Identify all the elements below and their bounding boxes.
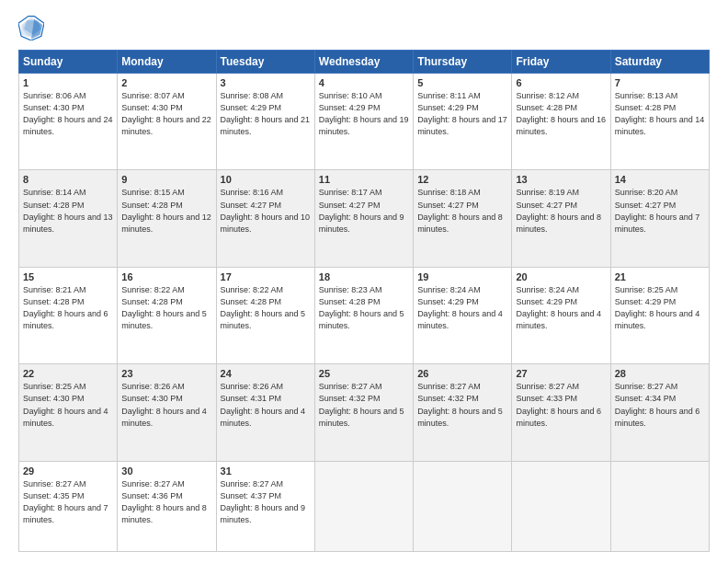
day-number: 5 bbox=[417, 77, 507, 88]
day-info: Sunrise: 8:12 AMSunset: 4:28 PMDaylight:… bbox=[516, 90, 606, 138]
day-number: 18 bbox=[319, 271, 409, 282]
calendar-day-cell: 20Sunrise: 8:24 AMSunset: 4:29 PMDayligh… bbox=[512, 267, 610, 363]
day-info: Sunrise: 8:25 AMSunset: 4:30 PMDaylight:… bbox=[23, 381, 113, 429]
day-number: 9 bbox=[121, 174, 211, 185]
day-number: 19 bbox=[417, 271, 507, 282]
day-number: 24 bbox=[221, 368, 311, 379]
day-number: 22 bbox=[23, 368, 113, 379]
calendar-day-cell: 10Sunrise: 8:16 AMSunset: 4:27 PMDayligh… bbox=[216, 170, 314, 267]
weekday-header-wednesday: Wednesday bbox=[314, 51, 413, 74]
day-number: 20 bbox=[516, 271, 606, 282]
day-info: Sunrise: 8:21 AMSunset: 4:28 PMDaylight:… bbox=[23, 284, 113, 332]
calendar-day-cell: 19Sunrise: 8:24 AMSunset: 4:29 PMDayligh… bbox=[414, 267, 512, 363]
day-number: 21 bbox=[615, 271, 705, 282]
day-info: Sunrise: 8:16 AMSunset: 4:27 PMDaylight:… bbox=[221, 187, 311, 235]
day-number: 12 bbox=[417, 174, 507, 185]
day-info: Sunrise: 8:11 AMSunset: 4:29 PMDaylight:… bbox=[417, 90, 507, 138]
day-number: 25 bbox=[319, 368, 409, 379]
calendar-day-cell: 16Sunrise: 8:22 AMSunset: 4:28 PMDayligh… bbox=[118, 267, 216, 363]
weekday-header-sunday: Sunday bbox=[19, 51, 118, 74]
calendar-day-cell: 5Sunrise: 8:11 AMSunset: 4:29 PMDaylight… bbox=[414, 74, 512, 170]
day-info: Sunrise: 8:27 AMSunset: 4:37 PMDaylight:… bbox=[221, 478, 311, 526]
day-info: Sunrise: 8:17 AMSunset: 4:27 PMDaylight:… bbox=[319, 187, 409, 235]
weekday-header-monday: Monday bbox=[118, 51, 216, 74]
day-number: 27 bbox=[516, 368, 606, 379]
calendar-day-cell: 14Sunrise: 8:20 AMSunset: 4:27 PMDayligh… bbox=[610, 170, 709, 267]
day-info: Sunrise: 8:10 AMSunset: 4:29 PMDaylight:… bbox=[319, 90, 409, 138]
calendar-day-cell: 23Sunrise: 8:26 AMSunset: 4:30 PMDayligh… bbox=[118, 364, 216, 461]
day-number: 4 bbox=[319, 77, 409, 88]
day-number: 28 bbox=[615, 368, 705, 379]
calendar-week-row: 8Sunrise: 8:14 AMSunset: 4:28 PMDaylight… bbox=[19, 170, 710, 267]
day-info: Sunrise: 8:27 AMSunset: 4:35 PMDaylight:… bbox=[23, 478, 113, 526]
header bbox=[18, 15, 710, 40]
day-info: Sunrise: 8:27 AMSunset: 4:33 PMDaylight:… bbox=[516, 381, 606, 429]
day-number: 8 bbox=[23, 174, 113, 185]
day-info: Sunrise: 8:14 AMSunset: 4:28 PMDaylight:… bbox=[23, 187, 113, 235]
day-info: Sunrise: 8:13 AMSunset: 4:28 PMDaylight:… bbox=[615, 90, 705, 138]
calendar-day-cell: 13Sunrise: 8:19 AMSunset: 4:27 PMDayligh… bbox=[512, 170, 610, 267]
calendar-day-cell: 8Sunrise: 8:14 AMSunset: 4:28 PMDaylight… bbox=[19, 170, 118, 267]
day-number: 17 bbox=[221, 271, 311, 282]
calendar-day-cell: 18Sunrise: 8:23 AMSunset: 4:28 PMDayligh… bbox=[314, 267, 413, 363]
calendar-day-cell: 6Sunrise: 8:12 AMSunset: 4:28 PMDaylight… bbox=[512, 74, 610, 170]
calendar-day-cell: 11Sunrise: 8:17 AMSunset: 4:27 PMDayligh… bbox=[314, 170, 413, 267]
day-info: Sunrise: 8:23 AMSunset: 4:28 PMDaylight:… bbox=[319, 284, 409, 332]
weekday-header-friday: Friday bbox=[512, 51, 610, 74]
logo bbox=[18, 15, 48, 40]
day-number: 10 bbox=[221, 174, 311, 185]
weekday-header-saturday: Saturday bbox=[610, 51, 709, 74]
day-info: Sunrise: 8:08 AMSunset: 4:29 PMDaylight:… bbox=[221, 90, 311, 138]
day-info: Sunrise: 8:27 AMSunset: 4:32 PMDaylight:… bbox=[319, 381, 409, 429]
calendar-day-cell: 26Sunrise: 8:27 AMSunset: 4:32 PMDayligh… bbox=[414, 364, 512, 461]
day-info: Sunrise: 8:18 AMSunset: 4:27 PMDaylight:… bbox=[417, 187, 507, 235]
day-number: 23 bbox=[121, 368, 211, 379]
calendar-day-cell: 7Sunrise: 8:13 AMSunset: 4:28 PMDaylight… bbox=[610, 74, 709, 170]
calendar-day-cell: 24Sunrise: 8:26 AMSunset: 4:31 PMDayligh… bbox=[216, 364, 314, 461]
day-info: Sunrise: 8:24 AMSunset: 4:29 PMDaylight:… bbox=[516, 284, 606, 332]
calendar-day-cell: 2Sunrise: 8:07 AMSunset: 4:30 PMDaylight… bbox=[118, 74, 216, 170]
day-number: 15 bbox=[23, 271, 113, 282]
calendar-day-cell: 30Sunrise: 8:27 AMSunset: 4:36 PMDayligh… bbox=[118, 461, 216, 551]
calendar-day-cell: 17Sunrise: 8:22 AMSunset: 4:28 PMDayligh… bbox=[216, 267, 314, 363]
calendar-day-cell bbox=[512, 461, 610, 551]
day-number: 7 bbox=[615, 77, 705, 88]
day-info: Sunrise: 8:22 AMSunset: 4:28 PMDaylight:… bbox=[121, 284, 211, 332]
day-info: Sunrise: 8:15 AMSunset: 4:28 PMDaylight:… bbox=[121, 187, 211, 235]
calendar-day-cell: 22Sunrise: 8:25 AMSunset: 4:30 PMDayligh… bbox=[19, 364, 118, 461]
calendar-day-cell: 12Sunrise: 8:18 AMSunset: 4:27 PMDayligh… bbox=[414, 170, 512, 267]
day-info: Sunrise: 8:20 AMSunset: 4:27 PMDaylight:… bbox=[615, 187, 705, 235]
day-info: Sunrise: 8:19 AMSunset: 4:27 PMDaylight:… bbox=[516, 187, 606, 235]
calendar-day-cell bbox=[414, 461, 512, 551]
day-number: 16 bbox=[121, 271, 211, 282]
calendar-day-cell: 31Sunrise: 8:27 AMSunset: 4:37 PMDayligh… bbox=[216, 461, 314, 551]
calendar-day-cell bbox=[314, 461, 413, 551]
day-number: 3 bbox=[221, 77, 311, 88]
day-info: Sunrise: 8:26 AMSunset: 4:30 PMDaylight:… bbox=[121, 381, 211, 429]
generalblue-icon bbox=[18, 15, 44, 40]
day-info: Sunrise: 8:27 AMSunset: 4:34 PMDaylight:… bbox=[615, 381, 705, 429]
day-number: 31 bbox=[221, 465, 311, 477]
day-number: 26 bbox=[417, 368, 507, 379]
calendar-day-cell: 29Sunrise: 8:27 AMSunset: 4:35 PMDayligh… bbox=[19, 461, 118, 551]
calendar-day-cell: 1Sunrise: 8:06 AMSunset: 4:30 PMDaylight… bbox=[19, 74, 118, 170]
weekday-header-thursday: Thursday bbox=[414, 51, 512, 74]
day-info: Sunrise: 8:27 AMSunset: 4:36 PMDaylight:… bbox=[121, 478, 211, 526]
calendar-day-cell: 9Sunrise: 8:15 AMSunset: 4:28 PMDaylight… bbox=[118, 170, 216, 267]
day-number: 29 bbox=[23, 465, 113, 477]
calendar-day-cell: 4Sunrise: 8:10 AMSunset: 4:29 PMDaylight… bbox=[314, 74, 413, 170]
calendar-day-cell: 25Sunrise: 8:27 AMSunset: 4:32 PMDayligh… bbox=[314, 364, 413, 461]
day-info: Sunrise: 8:22 AMSunset: 4:28 PMDaylight:… bbox=[221, 284, 311, 332]
calendar-day-cell: 28Sunrise: 8:27 AMSunset: 4:34 PMDayligh… bbox=[610, 364, 709, 461]
day-number: 1 bbox=[23, 77, 113, 88]
calendar-day-cell: 27Sunrise: 8:27 AMSunset: 4:33 PMDayligh… bbox=[512, 364, 610, 461]
calendar-day-cell bbox=[610, 461, 709, 551]
day-info: Sunrise: 8:24 AMSunset: 4:29 PMDaylight:… bbox=[417, 284, 507, 332]
calendar-week-row: 29Sunrise: 8:27 AMSunset: 4:35 PMDayligh… bbox=[19, 461, 710, 551]
day-info: Sunrise: 8:26 AMSunset: 4:31 PMDaylight:… bbox=[221, 381, 311, 429]
calendar-day-cell: 3Sunrise: 8:08 AMSunset: 4:29 PMDaylight… bbox=[216, 74, 314, 170]
calendar-day-cell: 21Sunrise: 8:25 AMSunset: 4:29 PMDayligh… bbox=[610, 267, 709, 363]
day-info: Sunrise: 8:27 AMSunset: 4:32 PMDaylight:… bbox=[417, 381, 507, 429]
day-info: Sunrise: 8:25 AMSunset: 4:29 PMDaylight:… bbox=[615, 284, 705, 332]
calendar-week-row: 1Sunrise: 8:06 AMSunset: 4:30 PMDaylight… bbox=[19, 74, 710, 170]
